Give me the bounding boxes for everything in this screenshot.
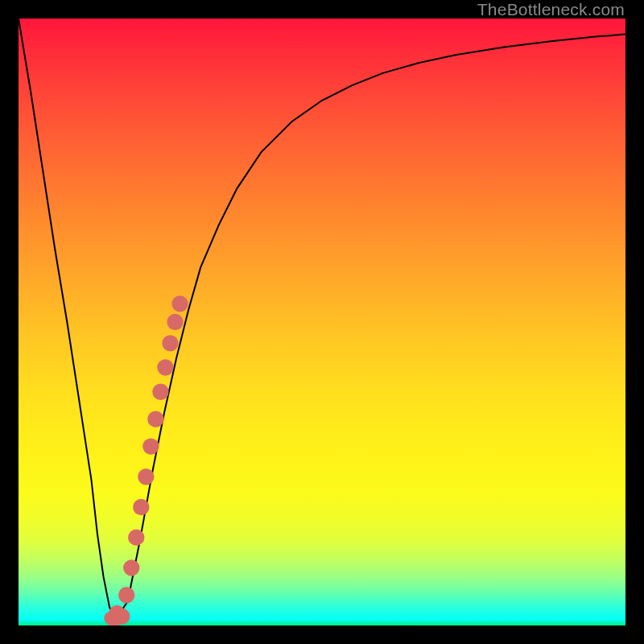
highlight-dot	[162, 335, 178, 351]
highlight-dot	[152, 384, 168, 400]
bottleneck-curve-path	[19, 19, 625, 619]
watermark-text: TheBottleneck.com	[477, 0, 625, 19]
highlight-dot	[167, 314, 183, 330]
highlight-dot	[109, 613, 122, 625]
highlight-dot	[133, 499, 149, 515]
highlight-segment	[104, 295, 188, 625]
highlight-dot	[128, 529, 144, 545]
highlight-dot	[118, 587, 134, 603]
highlight-dot	[142, 438, 159, 454]
highlight-dot	[123, 559, 139, 576]
highlight-dot	[171, 295, 188, 312]
highlight-dot	[147, 411, 163, 427]
plot-area	[19, 19, 625, 625]
curve-svg	[19, 19, 625, 625]
highlight-dot	[138, 469, 154, 485]
chart-frame: TheBottleneck.com	[0, 0, 644, 644]
highlight-dot	[157, 359, 173, 375]
